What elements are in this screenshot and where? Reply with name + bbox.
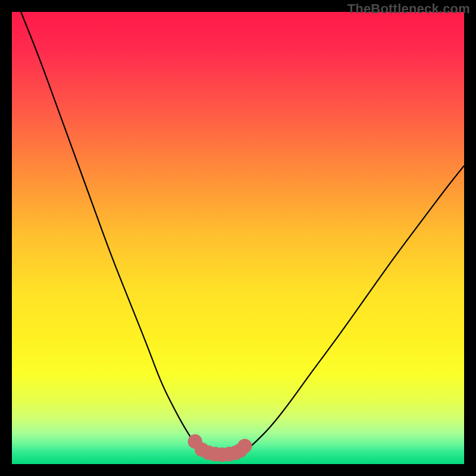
chart-frame: TheBottleneck.com: [0, 0, 476, 476]
bottleneck-curve: [21, 12, 464, 455]
plot-area: [12, 12, 464, 464]
curve-layer: [12, 12, 464, 464]
highlight-marker: [240, 441, 250, 451]
watermark-text: TheBottleneck.com: [347, 1, 470, 17]
